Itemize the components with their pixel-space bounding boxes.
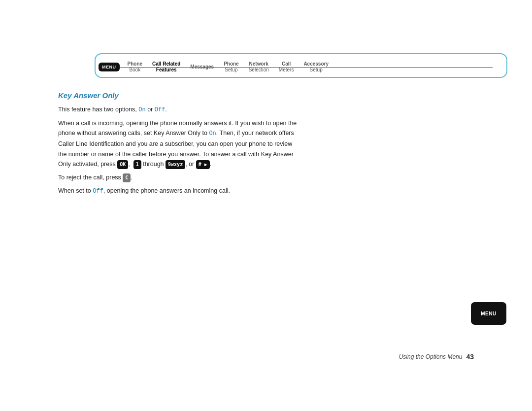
section-title: Key Answer Only xyxy=(58,91,474,100)
nav-segment-messages[interactable]: Messages xyxy=(185,64,219,70)
inline-on: On xyxy=(209,130,216,137)
nav-segment-callrelated[interactable]: Call Related Features xyxy=(147,61,185,73)
nav-items: MENU Phone Book Call Related Features Me… xyxy=(99,61,493,73)
paragraph-2: When a call is incoming, opening the pho… xyxy=(58,118,299,170)
nav-segment-phonebook[interactable]: Phone Book xyxy=(123,61,148,73)
page-number: 43 xyxy=(466,353,474,361)
hash-button-chip: # ▶ xyxy=(196,160,210,170)
9wxyz-button-chip: 9wxyz xyxy=(166,160,185,170)
footer: Using the Options Menu 43 xyxy=(0,353,532,361)
option-on: On xyxy=(138,106,145,113)
paragraph-1: This feature has two options, On or Off. xyxy=(58,104,299,115)
paragraph-3: To reject the call, press C. xyxy=(58,172,299,183)
nav-segment-callmeters[interactable]: Call Meters xyxy=(274,61,299,73)
option-off: Off xyxy=(155,106,166,113)
ok-button-chip: OK xyxy=(117,160,128,170)
nav-segment-networkselection[interactable]: Network Selection xyxy=(244,61,274,73)
nav-menu-button[interactable]: MENU xyxy=(99,63,120,71)
option-off-2: Off xyxy=(93,188,103,195)
1-button-chip: 1 xyxy=(133,160,141,170)
body-text: This feature has two options, On or Off.… xyxy=(58,104,299,197)
nav-bar: MENU Phone Book Call Related Features Me… xyxy=(99,58,493,76)
c-button-chip: C xyxy=(123,173,131,183)
nav-segment-phonesetup[interactable]: Phone Setup xyxy=(219,61,244,73)
main-content: Key Answer Only This feature has two opt… xyxy=(58,91,474,200)
corner-menu-button[interactable]: MENU xyxy=(471,302,506,325)
nav-segment-accessorysetup[interactable]: Accessory Setup xyxy=(299,61,333,73)
paragraph-4: When set to Off, opening the phone answe… xyxy=(58,186,299,197)
footer-text: Using the Options Menu xyxy=(399,353,463,360)
